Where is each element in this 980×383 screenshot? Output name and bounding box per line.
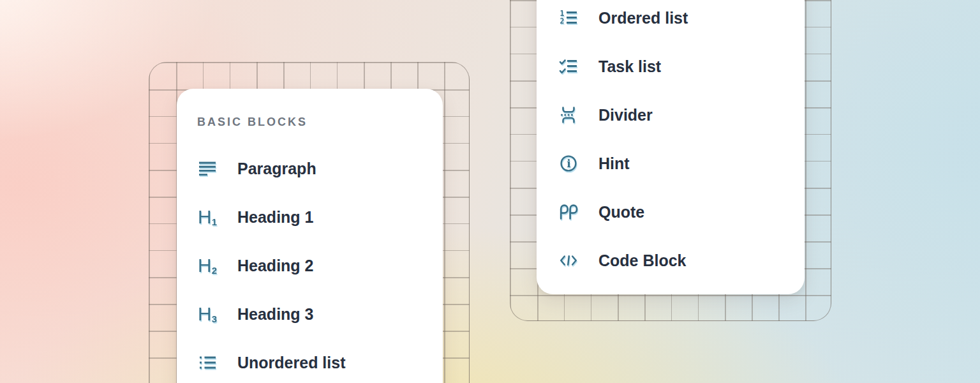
task-list-icon [558,56,579,77]
basic-blocks-menu: BASIC BLOCKS ParagraphH1Heading 1H2Headi… [177,89,443,383]
menu-item-label: Paragraph [237,160,316,178]
svg-text:i: i [567,157,571,170]
quote-icon [558,202,579,222]
ordered-list-icon: 12 [558,8,579,28]
menu-item-label: Ordered list [598,9,688,27]
menu-item-label: Quote [598,203,644,222]
divider-icon [558,105,579,125]
menu-item-label: Unordered list [237,354,345,372]
menu-item-label: Heading 1 [237,208,313,227]
menu-item-quote[interactable]: Quote [537,188,805,236]
menu-item-paragraph[interactable]: Paragraph [177,144,443,193]
menu-item-label: Divider [598,106,653,124]
svg-text:2: 2 [560,17,565,26]
menu-item-label: Task list [598,57,661,76]
menu-item-hint[interactable]: iHint [537,139,805,188]
hint-icon: i [558,153,579,174]
menu-item-heading-3[interactable]: H3Heading 3 [177,290,443,338]
menu-item-ordered-list[interactable]: 12Ordered list [537,0,805,42]
menu-item-code-block[interactable]: Code Block [537,236,805,285]
more-blocks-menu: 12Ordered listTask listDivideriHintQuote… [537,0,805,294]
unordered-list-icon [197,352,218,373]
menu-item-unordered-list[interactable]: Unordered list [177,338,443,383]
menu-item-label: Heading 2 [237,257,313,275]
block-picker-scene: BASIC BLOCKS ParagraphH1Heading 1H2Headi… [0,0,980,383]
menu-item-divider[interactable]: Divider [537,91,805,139]
basic-blocks-header: BASIC BLOCKS [197,116,308,129]
code-block-icon [558,250,579,271]
paragraph-icon [197,158,218,179]
menu-item-label: Heading 3 [237,305,313,324]
menu-item-label: Code Block [598,252,687,270]
heading-3-icon: H3 [197,304,218,324]
heading-2-icon: H2 [197,255,218,276]
menu-item-heading-2[interactable]: H2Heading 2 [177,241,443,290]
menu-item-label: Hint [598,154,630,173]
heading-1-icon: H1 [197,207,218,227]
menu-item-task-list[interactable]: Task list [537,42,805,91]
menu-item-heading-1[interactable]: H1Heading 1 [177,193,443,241]
